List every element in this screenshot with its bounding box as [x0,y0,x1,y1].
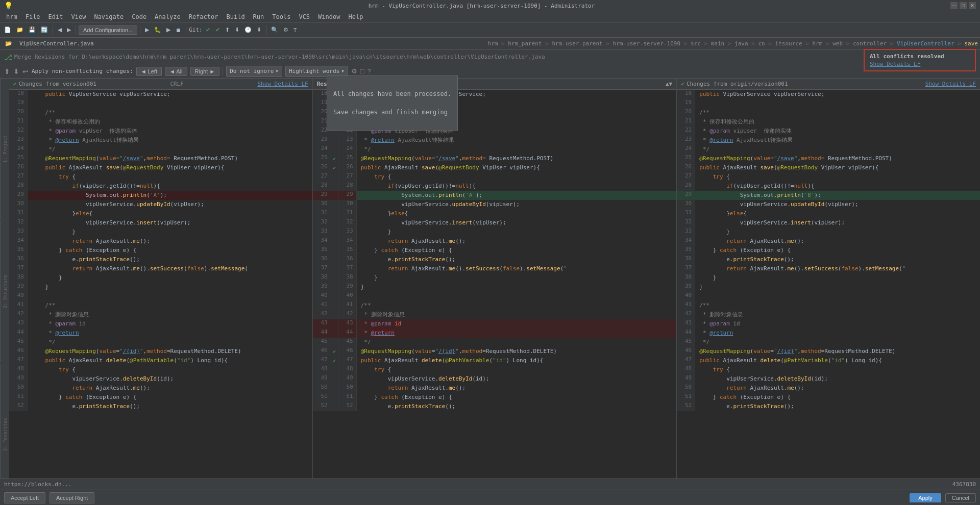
accept-left-btn[interactable]: Accept Left [4,492,45,503]
run-config-btn[interactable]: ▶ [143,24,151,36]
close-button[interactable]: ✕ [969,2,976,9]
menu-window[interactable]: Window [314,12,344,21]
bc-web[interactable]: web [832,40,843,47]
cancel-btn[interactable]: Cancel [945,493,976,502]
table-row: 4949 vipUserService.deleteById(id); [313,374,677,384]
bc-vip[interactable]: VipUserController [897,40,954,47]
nav-revert-btn[interactable]: ↩ [22,67,29,75]
settings-diff-btn[interactable]: ⚙ [351,67,357,75]
tab-project-icon[interactable]: 📂 [2,39,15,48]
bc-hrm2[interactable]: hrm [812,40,822,47]
menu-navigate[interactable]: Navigate [90,12,128,21]
table-row: 44 * @return [9,329,312,338]
menu-analyze[interactable]: Analyze [151,12,185,21]
add-config-btn[interactable]: Add Configuration... [79,26,137,35]
menu-refactor[interactable]: Refactor [185,12,223,21]
table-row: 20 /** [9,108,312,117]
run-btn[interactable]: ▶ [164,24,173,36]
table-row: 18 public VipUserService vipUserService; [9,90,312,99]
tab-vipusercontroller[interactable]: VipUserController.java [16,39,97,48]
bc-main[interactable]: main [711,40,725,47]
menu-run[interactable]: Run [249,12,268,21]
collapse-btn[interactable]: □ [360,67,364,75]
bc-hrm-parent[interactable]: hrm_parent [508,40,542,47]
collapse-middle-icon[interactable]: ▲▼ [666,81,672,87]
right-btn[interactable]: Right ► [190,67,220,76]
conflicts-show-details[interactable]: Show Details LF [870,61,920,67]
right-show-details[interactable]: Show Details LF [925,81,976,87]
middle-code-content[interactable]: 1818public VipUserService vipUserService… [313,90,677,505]
maximize-button[interactable]: □ [960,2,967,9]
table-row: 37 return AjaxResult.me().setSuccess(fal… [677,264,980,273]
table-row: 3232 vipUserService.insert(vipUser); [313,218,677,228]
menu-file[interactable]: File [21,12,44,21]
right-pane: ✔ Changes from origin/version001 Show De… [677,79,980,505]
menu-hrm[interactable]: hrm [2,12,21,21]
project-panel-label[interactable]: 1: Project [0,79,9,220]
git-history-btn[interactable]: 🕐 [242,24,254,36]
git-push-btn[interactable]: ⬆ [223,24,232,36]
menu-vcs[interactable]: VCS [295,12,314,21]
sync-btn[interactable]: 🔄 [39,24,50,36]
back-btn[interactable]: ◀ [56,24,64,36]
menu-tools[interactable]: Tools [268,12,295,21]
table-row: 45 */ [677,338,980,347]
table-row: 48 try { [677,365,980,374]
stop-btn[interactable]: ⏹ [174,24,183,36]
search-btn[interactable]: 🔍 [269,24,280,36]
table-row: 26 public AjaxResult save(@RequestBody V… [9,163,312,172]
save-btn[interactable]: 💾 [27,24,38,36]
nav-next-btn[interactable]: ⬇ [13,67,19,75]
git-pull-btn[interactable]: ⬇ [233,24,241,36]
left-code-content[interactable]: 18 public VipUserService vipUserService;… [9,90,312,505]
new-file-btn[interactable]: 📄 [2,24,13,36]
table-row: 34 return AjaxResult.me(); [9,237,312,246]
menu-build[interactable]: Build [222,12,249,21]
tooltip-popup: All changes have been processed. Save ch… [327,75,458,131]
table-row: 39 } [9,283,312,292]
open-btn[interactable]: 📁 [14,24,26,36]
table-row: 3030 vipUserService.updateById(vipUser); [313,200,677,209]
git-commit-btn[interactable]: ✔ [213,24,222,36]
bc-src[interactable]: src [691,40,701,47]
menu-edit[interactable]: Edit [44,12,67,21]
translate-btn[interactable]: T [291,24,299,36]
table-row: 19 [9,99,312,108]
table-row: 50 return AjaxResult.me(); [677,384,980,393]
left-show-details[interactable]: Show Details LF [257,81,308,87]
bc-save[interactable]: save [965,40,978,47]
bc-itsource[interactable]: itsource [775,40,802,47]
nav-prev-btn[interactable]: ⬆ [4,67,10,75]
help-btn[interactable]: ? [368,68,371,75]
git-check-btn[interactable]: ✔ [204,24,212,36]
settings-btn[interactable]: ⚙ [281,24,290,36]
git-more-btn[interactable]: ⬇ [255,24,263,36]
diff-nav-toolbar: ⬆ ⬇ ↩ Apply non-conflicting changes: ◄ L… [0,64,980,79]
debug-btn[interactable]: 🐛 [152,24,163,36]
menu-code[interactable]: Code [128,12,151,21]
table-row: 23 * @return AjaxResult转换结果 [9,136,312,145]
do-not-ignore-label: Do not ignore [230,68,274,74]
all-btn[interactable]: ◄ All [165,67,187,76]
right-pane-label: Changes from origin/version001 [687,81,788,87]
left-btn[interactable]: ◄ Left [136,67,162,76]
bc-controller[interactable]: controller [853,40,887,47]
bc-java[interactable]: java [734,40,748,47]
do-not-ignore-btn[interactable]: Do not ignore ▾ [226,66,282,77]
structure-panel-label[interactable]: 2: Structure [0,221,9,362]
forward-btn[interactable]: ▶ [65,24,73,36]
menu-view[interactable]: View [67,12,90,21]
minimize-button[interactable]: — [950,2,958,9]
table-row: 5050 return AjaxResult.me(); [313,384,677,393]
right-code-content[interactable]: 18public VipUserService vipUserService; … [677,90,980,505]
bc-server[interactable]: hrm-user-server-1090 [613,40,680,47]
apply-btn[interactable]: Apply [910,493,941,502]
table-row: 27 try { [9,172,312,182]
accept-right-btn[interactable]: Accept Right [50,492,94,503]
menu-help[interactable]: Help [344,12,367,21]
bc-cn[interactable]: cn [758,40,765,47]
table-row: 24 */ [9,145,312,154]
bc-hrm[interactable]: hrm [488,40,498,47]
bc-hrm-user-parent[interactable]: hrm-user-parent [552,40,602,47]
tooltip-line1: All changes have been processed. [333,89,451,98]
